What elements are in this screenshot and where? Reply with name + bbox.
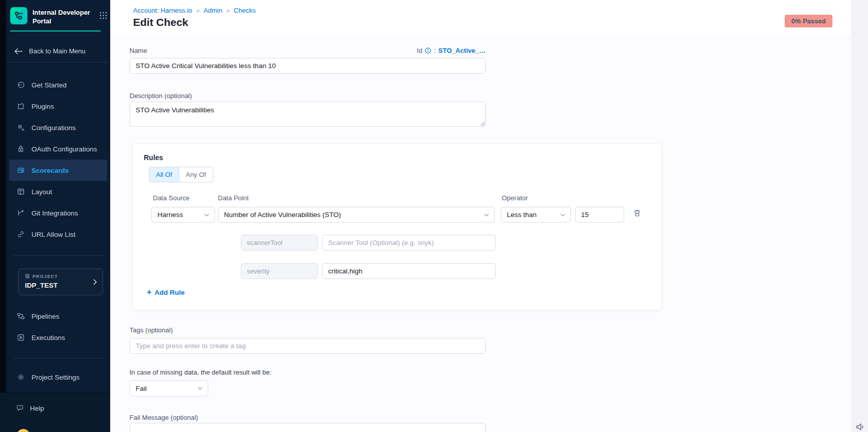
sidebar-bottom-dock: ? Help [0, 392, 110, 432]
id-value[interactable]: STO_Active_… [438, 47, 486, 54]
sidebar-item-configurations[interactable]: Configurations [6, 117, 110, 138]
plus-icon: + [147, 288, 151, 297]
sidebar-nav-admin: Get Started Plugins [6, 74, 110, 245]
data-source-select[interactable]: Harness [151, 207, 215, 223]
back-label: Back to Main Menu [29, 47, 85, 55]
sidebar-item-label: Project Settings [31, 374, 80, 381]
fail-message-label: Fail Message (optional) [130, 414, 198, 421]
sidebar-panel: Internal Developer Portal Back to Main M… [6, 0, 110, 392]
sidebar-item-label: Pipelines [31, 313, 59, 320]
sidebar-item-label: OAuth Configurations [31, 145, 97, 153]
rules-heading: Rules [144, 153, 163, 162]
description-label: Description (optional) [130, 92, 192, 100]
sidebar-item-label: Plugins [31, 103, 54, 110]
name-label: Name [130, 47, 147, 54]
app-title: Internal Developer Portal [33, 7, 94, 26]
data-point-select[interactable]: Number of Active Vulnerabilities (STO) [218, 207, 495, 223]
sidebar-divider [13, 358, 103, 358]
tab-all-of[interactable]: All Of [149, 167, 179, 182]
add-rule-button[interactable]: + Add Rule [147, 288, 185, 297]
sidebar: Internal Developer Portal Back to Main M… [0, 0, 110, 432]
plugins-icon [17, 102, 25, 110]
help-chat-icon: ? [16, 404, 24, 412]
sidebar-nav-settings: Project Settings [6, 366, 110, 388]
breadcrumb-separator: > [222, 8, 234, 14]
project-kicker: PROJECT [25, 273, 97, 280]
sidebar-item-plugins[interactable]: Plugins [6, 96, 110, 117]
id-label: Id [417, 47, 423, 54]
sidebar-item-git-integrations[interactable]: Git Integrations [6, 202, 110, 224]
sidebar-item-label: URL Allow List [31, 231, 76, 238]
git-branch-icon [17, 209, 25, 217]
sidebar-item-get-started[interactable]: Get Started [6, 74, 110, 96]
passed-percentage-badge: 0% Passed [785, 15, 832, 27]
sidebar-item-label: Executions [31, 334, 65, 342]
threshold-input[interactable] [575, 207, 624, 223]
name-input[interactable] [130, 58, 486, 74]
description-textarea[interactable]: STO Active Vulnerabilities [130, 102, 486, 127]
executions-icon [17, 333, 25, 342]
sidebar-item-label: Help [30, 405, 44, 412]
sidebar-item-layout[interactable]: Layout [6, 181, 110, 202]
harness-idp-logo-icon [10, 7, 27, 24]
sidebar-item-executions[interactable]: Executions [6, 327, 110, 348]
operator-select[interactable]: Less than [501, 207, 571, 223]
sidebar-item-label: Get Started [31, 81, 67, 89]
svg-text:?: ? [19, 406, 21, 409]
sidebar-item-label: Layout [31, 188, 52, 196]
sidebar-item-label: Configurations [31, 124, 76, 132]
back-to-main-menu[interactable]: Back to Main Menu [6, 40, 108, 63]
project-selector[interactable]: PROJECT IDP_TEST [18, 268, 103, 295]
apps-grid-icon[interactable] [100, 12, 107, 21]
operator-label: Operator [502, 194, 528, 202]
sidebar-item-pipelines[interactable]: Pipelines [6, 305, 110, 327]
chevron-right-icon [93, 279, 97, 285]
data-point-label: Data Point [218, 194, 249, 202]
breadcrumb-separator: > [192, 8, 203, 14]
data-source-label: Data Source [153, 194, 189, 202]
severity-input[interactable] [322, 263, 496, 279]
sidebar-item-scorecards[interactable]: Scorecards [9, 160, 107, 181]
sidebar-nav-project: Pipelines Executions [6, 305, 110, 348]
tab-any-of[interactable]: Any Of [179, 167, 213, 182]
chevron-down-icon [560, 213, 565, 217]
pipelines-icon [17, 312, 25, 320]
arrow-left-icon [14, 48, 23, 55]
scanner-tool-input[interactable] [322, 235, 496, 251]
id-separator: : [434, 47, 436, 54]
name-label-row: Name Id : STO_Active_… [130, 47, 486, 54]
breadcrumb-admin-link[interactable]: Admin [204, 7, 222, 14]
chevron-down-icon [484, 213, 489, 217]
default-result-select[interactable]: Fail [130, 380, 208, 396]
chevron-down-icon [198, 387, 203, 390]
speaker-icon[interactable] [855, 422, 865, 432]
breadcrumb: Account: Harness.io > Admin > Checks [133, 7, 255, 14]
get-started-icon [17, 81, 25, 89]
param-key-severity: severity [241, 263, 318, 279]
sidebar-item-project-settings[interactable]: Project Settings [6, 366, 110, 388]
layout-icon [17, 188, 25, 196]
breadcrumb-checks-link[interactable]: Checks [234, 7, 255, 14]
chevron-down-icon [204, 213, 209, 217]
logo-row: Internal Developer Portal [10, 7, 107, 26]
fail-message-textarea[interactable] [130, 423, 486, 432]
delete-rule-icon[interactable] [633, 209, 641, 217]
info-icon[interactable] [425, 47, 431, 54]
sidebar-item-oauth-configurations[interactable]: OAuth Configurations [6, 138, 110, 160]
page-header: Account: Harness.io > Admin > Checks Edi… [110, 0, 851, 37]
sidebar-item-label: Scorecards [31, 167, 69, 174]
user-avatar[interactable] [17, 429, 30, 432]
tags-input[interactable] [130, 338, 486, 354]
param-key-scannertool: scannerTool [241, 235, 318, 251]
sidebar-item-help[interactable]: ? Help [0, 397, 110, 419]
check-id: Id : STO_Active_… [417, 47, 486, 54]
right-gutter [851, 0, 868, 432]
sidebar-item-url-allow-list[interactable]: URL Allow List [6, 224, 110, 245]
gear-icon [17, 373, 25, 381]
sidebar-divider [13, 255, 103, 256]
page-title: Edit Check [133, 16, 188, 28]
breadcrumb-account-link[interactable]: Account: Harness.io [133, 7, 192, 14]
rules-condition-toggle: All Of Any Of [149, 167, 213, 182]
lock-icon [17, 145, 25, 153]
main-content: Account: Harness.io > Admin > Checks Edi… [110, 0, 868, 432]
